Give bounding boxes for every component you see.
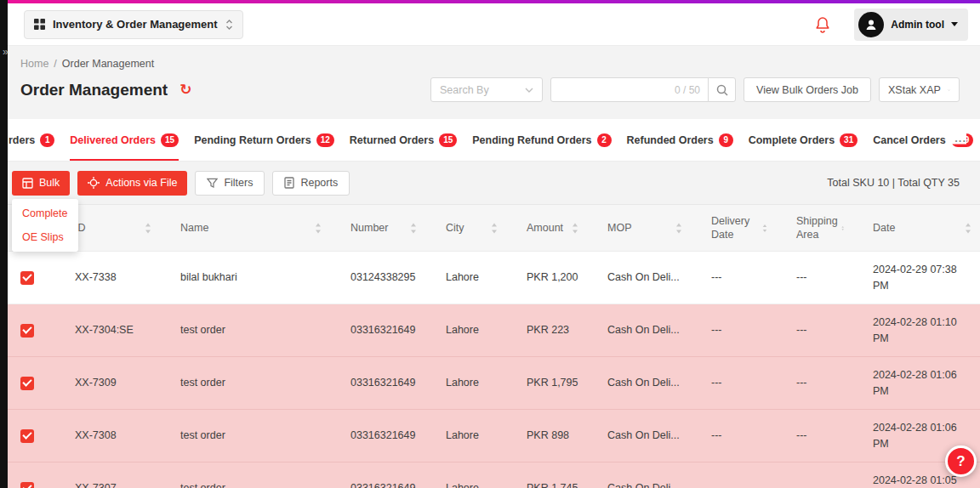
app-selector-label: Inventory & Order Management — [53, 18, 218, 31]
search-button[interactable] — [708, 77, 736, 102]
cell-name: test order — [160, 410, 330, 462]
cell-delivery-date: --- — [691, 304, 776, 357]
cell-mop: Cash On Deli... — [587, 410, 691, 462]
target-icon — [88, 177, 100, 189]
row-checkbox[interactable] — [20, 324, 34, 338]
tab-pending-refund-orders[interactable]: Pending Refund Orders2 — [472, 119, 611, 161]
sort-icon — [572, 223, 578, 234]
checkbox-cell — [0, 357, 54, 410]
tab-count-badge: 9 — [719, 133, 733, 147]
search-input[interactable] — [559, 84, 675, 96]
cell-mop: Cash On Deli... — [587, 357, 691, 410]
cell-id: XX-7308 — [54, 410, 160, 462]
cell-shipping-area: --- — [776, 410, 852, 462]
tabs-overflow-icon[interactable]: ... — [946, 132, 966, 145]
sidebar-expand-icon[interactable]: » — [3, 46, 9, 58]
cell-city: Lahore — [425, 252, 506, 304]
tab-count-badge: 1 — [40, 133, 54, 147]
search-group: 0 / 50 — [550, 77, 736, 102]
row-checkbox[interactable] — [20, 271, 34, 285]
row-checkbox[interactable] — [20, 482, 34, 488]
filters-button[interactable]: Filters — [195, 171, 265, 196]
view-bulk-orders-job-button[interactable]: View Bulk Orders Job — [744, 77, 871, 102]
tab-delivered-orders[interactable]: Delivered Orders15 — [70, 119, 179, 161]
search-input-wrap: 0 / 50 — [550, 77, 709, 102]
cell-number: 03316321649 — [330, 357, 425, 410]
cell-date: 2024-02-28 01:10 PM — [852, 304, 980, 357]
actions-via-file-button[interactable]: Actions via File — [77, 171, 187, 196]
notification-bell-icon[interactable] — [815, 16, 830, 33]
cell-amount: PKR 223 — [506, 304, 587, 357]
cell-amount: PKR 1,200 — [506, 252, 587, 304]
table-row[interactable]: XX-7304:SE test order 03316321649 Lahore… — [0, 304, 980, 357]
select-arrows-icon — [225, 19, 233, 31]
tab-refunded-orders[interactable]: Refunded Orders9 — [627, 119, 733, 161]
top-bar: Inventory & Order Management Admin tool — [0, 3, 980, 46]
cell-city: Lahore — [425, 462, 506, 488]
report-icon — [284, 177, 294, 189]
header-actions: Search By 0 / 50 View Bulk Orders Job XS… — [430, 77, 960, 102]
column-header-number[interactable]: Number — [330, 205, 425, 252]
bulk-menu-item-oe-slips[interactable]: OE Slips — [12, 225, 78, 249]
tab-orders[interactable]: rders1 — [9, 119, 54, 161]
tab-count-badge: 15 — [161, 133, 179, 147]
cell-shipping-area: --- — [776, 462, 852, 488]
column-header-delivery-date[interactable]: Delivery Date — [691, 205, 776, 252]
column-header-mop[interactable]: MOP — [587, 205, 691, 252]
cell-id: XX-7307 — [54, 462, 160, 488]
row-checkbox[interactable] — [20, 377, 34, 390]
cell-number: 03124338295 — [330, 252, 425, 304]
search-by-select[interactable]: Search By — [430, 77, 543, 102]
table-toolbar: Bulk Actions via File Filters Reports To… — [0, 162, 980, 204]
cell-id: XX-7338 — [54, 252, 160, 304]
cell-name: test order — [160, 462, 330, 488]
column-header-shipping-area[interactable]: Shipping Area — [776, 205, 852, 252]
bulk-menu-item-complete[interactable]: Complete — [12, 201, 78, 225]
cell-delivery-date: --- — [691, 410, 776, 462]
topbar-right: Admin tool — [815, 9, 968, 41]
orders-table: ID Name Number City Amount MOP Delivery … — [0, 204, 980, 488]
column-header-city[interactable]: City — [425, 205, 506, 252]
collapsed-sidebar[interactable] — [0, 0, 8, 488]
sort-icon — [315, 223, 322, 234]
cell-date: 2024-02-29 07:38 PM — [852, 252, 980, 304]
tab-count-badge: 31 — [840, 133, 858, 147]
page-header: Home/Order Management Order Management ↻… — [0, 46, 980, 119]
column-header-name[interactable]: Name — [160, 205, 330, 252]
search-char-counter: 0 / 50 — [675, 84, 700, 96]
app-selector-dropdown[interactable]: Inventory & Order Management — [24, 10, 243, 39]
row-checkbox[interactable] — [20, 429, 34, 443]
cell-city: Lahore — [425, 410, 506, 462]
table-row[interactable]: XX-7308 test order 03316321649 Lahore PK… — [0, 410, 980, 462]
tab-returned-orders[interactable]: Returned Orders15 — [350, 119, 457, 161]
reports-button[interactable]: Reports — [272, 171, 350, 196]
channel-select[interactable]: XStak XAP — [879, 77, 960, 102]
cell-number: 03316321649 — [330, 304, 425, 357]
checkbox-cell — [0, 410, 54, 462]
table-row[interactable]: XX-7309 test order 03316321649 Lahore PK… — [0, 357, 980, 410]
checkbox-cell — [0, 462, 54, 488]
column-header-date[interactable]: Date — [852, 205, 980, 252]
table-row[interactable]: XX-7338 bilal bukhari 03124338295 Lahore… — [0, 252, 980, 304]
cell-id: XX-7309 — [54, 357, 160, 410]
breadcrumb: Home/Order Management — [20, 58, 960, 70]
cell-name: test order — [160, 304, 330, 357]
help-button[interactable]: ? — [945, 445, 977, 477]
cell-delivery-date: --- — [691, 357, 776, 410]
column-header-amount[interactable]: Amount — [506, 205, 587, 252]
search-icon — [716, 84, 728, 96]
refresh-icon[interactable]: ↻ — [179, 82, 191, 97]
apps-grid-icon — [34, 19, 45, 30]
breadcrumb-home[interactable]: Home — [20, 58, 48, 70]
cell-number: 03316321649 — [330, 462, 425, 488]
cell-mop: Cash On Deli... — [587, 304, 691, 357]
table-row[interactable]: XX-7307 test order 03316321649 Lahore PK… — [0, 462, 980, 488]
tab-complete-orders[interactable]: Complete Orders31 — [749, 119, 858, 161]
sort-icon — [145, 223, 151, 234]
user-menu[interactable]: Admin tool — [854, 9, 968, 41]
tab-pending-return-orders[interactable]: Pending Return Orders12 — [194, 119, 334, 161]
search-by-value: Search By — [440, 84, 489, 96]
checkbox-cell — [0, 304, 54, 357]
sort-icon — [491, 223, 498, 234]
bulk-button[interactable]: Bulk — [12, 171, 70, 196]
